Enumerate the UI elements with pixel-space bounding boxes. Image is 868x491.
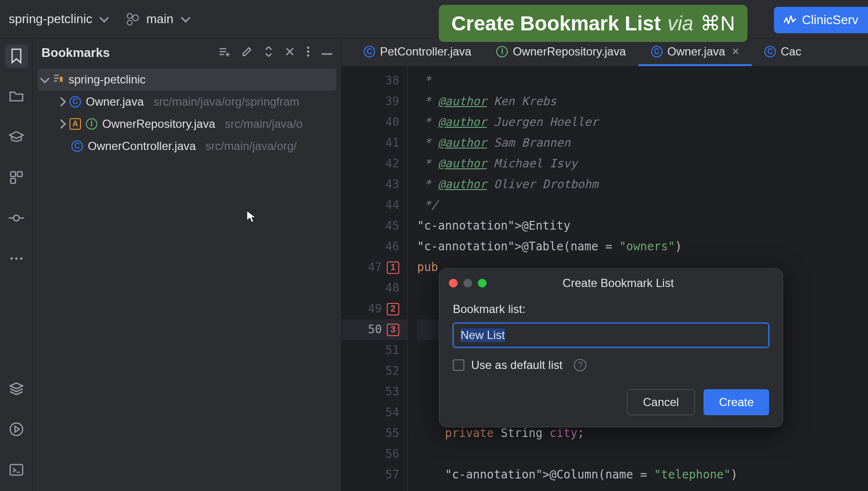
- tree-file-path: src/main/java/org/springfram: [153, 95, 299, 109]
- run-icon: [9, 422, 24, 436]
- panel-header: Bookmarks: [33, 39, 341, 67]
- branch-icon: [127, 13, 137, 26]
- editor-tab[interactable]: C Owner.java ×: [638, 39, 752, 66]
- tree-item[interactable]: A I OwnerRepository.java src/main/java/o: [38, 113, 336, 135]
- sidebar-bookmarks[interactable]: [5, 44, 28, 68]
- sidebar-run[interactable]: [5, 418, 28, 441]
- tree-file-name: OwnerController.java: [88, 139, 196, 153]
- sidebar-layers[interactable]: [5, 377, 28, 400]
- tab-label: PetController.java: [380, 45, 471, 58]
- tree-file-name: Owner.java: [86, 95, 144, 109]
- icon-sidebar: [0, 39, 33, 491]
- checkbox-label: Use as default list: [471, 358, 562, 372]
- svg-rect-2: [11, 178, 15, 183]
- dialog-field-label: Bookmark list:: [453, 302, 769, 316]
- hint-via: via: [667, 12, 693, 35]
- commit-icon: [9, 213, 24, 223]
- panel-sort-icon[interactable]: [264, 46, 273, 59]
- project-selector[interactable]: spring-petclinic: [9, 12, 108, 27]
- tab-label: Owner.java: [667, 45, 725, 58]
- run-config-button[interactable]: ClinicServ: [774, 7, 868, 33]
- bookmark-list-icon: [53, 73, 64, 86]
- panel-add-icon[interactable]: [218, 47, 230, 58]
- svg-point-18: [307, 47, 310, 49]
- panel-title: Bookmarks: [41, 45, 213, 60]
- cancel-button[interactable]: Cancel: [627, 389, 695, 415]
- class-icon: C: [764, 46, 776, 57]
- bookmark-tree: spring-petclinic C Owner.java src/main/j…: [33, 67, 341, 159]
- annotation-icon: A: [69, 118, 81, 130]
- editor-tabs: C PetController.java I OwnerRepository.j…: [341, 39, 868, 67]
- svg-point-3: [14, 215, 19, 221]
- graduation-icon: [9, 131, 24, 143]
- svg-rect-10: [10, 464, 23, 475]
- bookmark-icon: [10, 48, 23, 64]
- sidebar-more[interactable]: [5, 247, 28, 270]
- window-maximize-icon[interactable]: [478, 279, 487, 287]
- class-icon: C: [69, 96, 81, 108]
- structure-icon: [10, 171, 23, 184]
- hint-banner: Create Bookmark List via ⌘N: [439, 5, 747, 42]
- close-icon[interactable]: ×: [732, 44, 739, 59]
- editor-tab[interactable]: C PetController.java: [351, 39, 484, 66]
- editor-tab[interactable]: C Cac: [752, 39, 814, 66]
- layers-icon: [9, 382, 24, 396]
- bookmark-list-name-input[interactable]: [453, 323, 769, 348]
- window-close-icon[interactable]: [449, 279, 458, 287]
- sidebar-terminal[interactable]: [5, 458, 28, 481]
- dialog-titlebar[interactable]: Create Bookmark List: [439, 269, 783, 295]
- svg-rect-0: [11, 172, 15, 177]
- waveform-icon: [784, 15, 796, 26]
- editor-tab[interactable]: I OwnerRepository.java: [484, 39, 638, 66]
- panel-more-icon[interactable]: [306, 46, 310, 59]
- tree-file-path: src/main/java/org/: [205, 139, 297, 153]
- svg-point-6: [10, 258, 13, 260]
- class-icon: C: [71, 140, 83, 152]
- svg-point-8: [20, 258, 22, 260]
- tab-label: OwnerRepository.java: [513, 45, 625, 58]
- svg-point-9: [10, 423, 23, 436]
- panel-close-icon[interactable]: [285, 47, 295, 58]
- tree-item[interactable]: C Owner.java src/main/java/org/springfra…: [38, 91, 336, 113]
- run-config-label: ClinicServ: [802, 13, 858, 27]
- traffic-lights: [449, 279, 487, 287]
- hint-title: Create Bookmark List: [451, 12, 661, 35]
- svg-point-19: [307, 51, 310, 53]
- panel-minimize-icon[interactable]: [322, 48, 332, 57]
- tree-item[interactable]: C OwnerController.java src/main/java/org…: [38, 135, 336, 157]
- default-list-checkbox[interactable]: [453, 359, 464, 371]
- gutter: 3839404142434445464714849250351525354555…: [341, 67, 407, 491]
- tab-label: Cac: [781, 45, 801, 58]
- help-icon[interactable]: ?: [574, 359, 586, 371]
- branch-selector[interactable]: main: [127, 12, 189, 27]
- interface-icon: I: [496, 46, 508, 57]
- create-button[interactable]: Create: [704, 389, 769, 415]
- chevron-right-icon: [56, 97, 66, 107]
- svg-rect-1: [17, 172, 22, 177]
- chevron-down-icon: [181, 13, 190, 23]
- chevron-right-icon: [56, 119, 66, 129]
- sidebar-learn[interactable]: [5, 125, 28, 149]
- more-icon: [10, 257, 23, 260]
- bookmarks-panel: Bookmarks: [33, 39, 341, 491]
- branch-name: main: [146, 12, 173, 27]
- class-icon: C: [364, 46, 375, 57]
- tree-file-name: OwnerRepository.java: [102, 117, 215, 131]
- tree-root-label: spring-petclinic: [68, 73, 146, 86]
- panel-edit-icon[interactable]: [242, 46, 252, 59]
- terminal-icon: [9, 464, 24, 476]
- sidebar-project[interactable]: [5, 85, 28, 108]
- svg-point-20: [307, 55, 310, 57]
- chevron-down-icon: [100, 13, 109, 23]
- window-minimize-icon: [463, 279, 472, 287]
- tree-file-path: src/main/java/o: [225, 117, 302, 131]
- chevron-down-icon: [40, 74, 50, 83]
- hint-shortcut: ⌘N: [700, 12, 735, 35]
- sidebar-commit[interactable]: [5, 206, 28, 230]
- sidebar-structure[interactable]: [5, 166, 28, 189]
- tree-root[interactable]: spring-petclinic: [38, 68, 336, 91]
- interface-icon: I: [86, 118, 97, 130]
- dialog-title: Create Bookmark List: [492, 276, 744, 290]
- class-icon: C: [651, 46, 663, 57]
- svg-point-7: [15, 258, 17, 260]
